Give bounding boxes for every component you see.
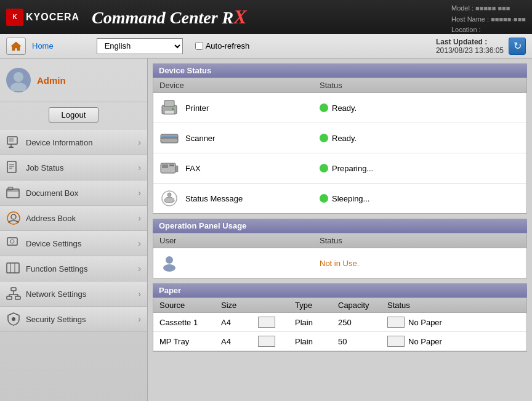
sidebar-label-function-settings: Function Settings	[26, 264, 133, 273]
security-settings-icon	[6, 312, 21, 326]
home-link[interactable]: Home	[32, 41, 54, 51]
sidebar-label-document-box: Document Box	[26, 188, 133, 198]
status-message-icon	[159, 188, 179, 208]
sidebar-label-job-status: Job Status	[26, 163, 133, 172]
scanner-label: Scanner	[185, 134, 215, 143]
paper-type-icon-0	[258, 317, 295, 328]
device-status-section: Device Status Device Status Printer	[153, 63, 527, 214]
col-type-header: Type	[295, 301, 338, 310]
address-book-icon	[6, 211, 21, 225]
svg-point-31	[172, 108, 174, 110]
sidebar-item-device-settings[interactable]: Device Settings ›	[0, 231, 147, 256]
svg-point-42	[163, 264, 175, 272]
scanner-status: Ready.	[320, 134, 520, 143]
svg-rect-38	[175, 166, 178, 172]
network-settings-icon	[6, 286, 21, 301]
user-icon	[159, 253, 179, 273]
device-status-header: Device Status	[153, 63, 527, 78]
col-status-header: Status	[320, 81, 520, 90]
home-icon-button[interactable]	[6, 38, 26, 55]
device-scanner: Scanner	[159, 128, 320, 148]
home-icon	[10, 41, 22, 51]
sidebar-item-document-box[interactable]: Document Box ›	[0, 180, 147, 206]
header: K KYOCERA Command Center RX Model : ■■■■…	[0, 0, 532, 34]
table-row: Status Message Sleeping...	[153, 184, 526, 213]
status-message-label: Status Message	[185, 194, 243, 203]
col-op-status-header: Status	[320, 236, 520, 245]
paper-source-1: MP Tray	[159, 337, 221, 346]
sidebar-item-address-book[interactable]: Address Book ›	[0, 206, 147, 231]
printer-label: Printer	[185, 103, 209, 113]
location-row: Location :	[451, 25, 526, 36]
last-updated-text: Last Updated : 2013/08/23 13:36:05	[436, 38, 504, 55]
svg-rect-20	[11, 288, 16, 291]
status-message-status: Sleeping...	[320, 194, 520, 203]
sidebar-label-address-book: Address Book	[26, 214, 133, 223]
last-updated: Last Updated : 2013/08/23 13:36:05 ↻	[436, 38, 526, 55]
paper-status-text-1: No Paper	[408, 337, 442, 346]
paper-header-title: Paper	[153, 283, 527, 298]
operation-panel-section: Operation Panel Usage User Status Not in…	[153, 219, 527, 278]
paper-size-0: A4	[221, 318, 258, 327]
arrow-icon-7: ›	[138, 314, 141, 324]
paper-size-1: A4	[221, 337, 258, 346]
svg-point-40	[167, 193, 171, 196]
svg-rect-11	[7, 189, 19, 198]
device-fax: FAX	[159, 158, 320, 178]
fax-status: Preparing...	[320, 164, 520, 173]
paper-capacity-1: 50	[338, 337, 387, 346]
arrow-icon-1: ›	[138, 163, 141, 172]
logout-button[interactable]: Logout	[49, 107, 99, 123]
operation-panel-body: User Status Not in Use.	[153, 233, 527, 278]
paper-body: Source Size Type Capacity Status Cassett…	[153, 298, 527, 352]
auto-refresh-checkbox[interactable]	[195, 42, 203, 50]
fax-status-text: Preparing...	[332, 164, 373, 173]
table-row: Scanner Ready.	[153, 123, 526, 153]
paper-status-0: No Paper	[387, 317, 520, 328]
auto-refresh-label: Auto-refresh	[206, 41, 250, 51]
sidebar-item-device-information[interactable]: Device Information ›	[0, 130, 147, 155]
logo-k: K	[12, 14, 17, 20]
arrow-icon-5: ›	[138, 264, 141, 273]
sidebar-item-network-settings[interactable]: Network Settings ›	[0, 282, 147, 307]
paper-source-0: Cassette 1	[159, 318, 221, 327]
paper-table-header: Source Size Type Capacity Status	[153, 298, 526, 313]
svg-rect-33	[162, 136, 177, 137]
col-paper-status-header: Status	[387, 301, 520, 310]
arrow-icon-0: ›	[138, 137, 141, 147]
svg-rect-22	[15, 296, 20, 299]
op-user	[159, 253, 320, 273]
navbar: Home English Japanese German French Auto…	[0, 34, 532, 59]
svg-rect-4	[9, 138, 14, 142]
last-updated-value: 2013/08/23 13:36:05	[436, 46, 504, 55]
sidebar-label-device-information: Device Information	[26, 138, 133, 147]
sidebar-item-security-settings[interactable]: Security Settings ›	[0, 307, 147, 332]
svg-rect-37	[169, 164, 174, 166]
svg-rect-29	[164, 100, 174, 107]
svg-rect-7	[7, 161, 16, 172]
svg-rect-17	[7, 263, 19, 273]
language-select[interactable]: English Japanese German French	[97, 38, 183, 54]
col-type-icon-header	[258, 301, 295, 310]
device-status-body: Device Status Printer Ready.	[153, 78, 527, 214]
printer-status-dot	[320, 103, 328, 112]
printer-status: Ready.	[320, 103, 520, 113]
operation-panel-table-header: User Status	[153, 233, 526, 248]
sidebar-item-function-settings[interactable]: Function Settings ›	[0, 256, 147, 282]
main-layout: Admin Logout Device Information › Job St…	[0, 59, 532, 401]
user-area: Admin	[0, 59, 147, 102]
admin-label: Admin	[37, 75, 66, 86]
table-row: FAX Preparing...	[153, 153, 526, 184]
sidebar-item-job-status[interactable]: Job Status ›	[0, 155, 147, 180]
svg-point-41	[166, 256, 173, 264]
hostname-row: Host Name : ■■■■■-■■■	[451, 14, 526, 25]
svg-point-27	[12, 317, 15, 321]
job-status-icon	[6, 160, 21, 175]
svg-point-1	[14, 72, 23, 82]
svg-rect-36	[162, 164, 168, 168]
paper-icon-1	[258, 336, 275, 347]
refresh-button[interactable]: ↻	[509, 38, 526, 55]
device-info-icon	[6, 135, 21, 150]
svg-point-13	[11, 214, 16, 219]
col-device-header: Device	[159, 81, 320, 90]
